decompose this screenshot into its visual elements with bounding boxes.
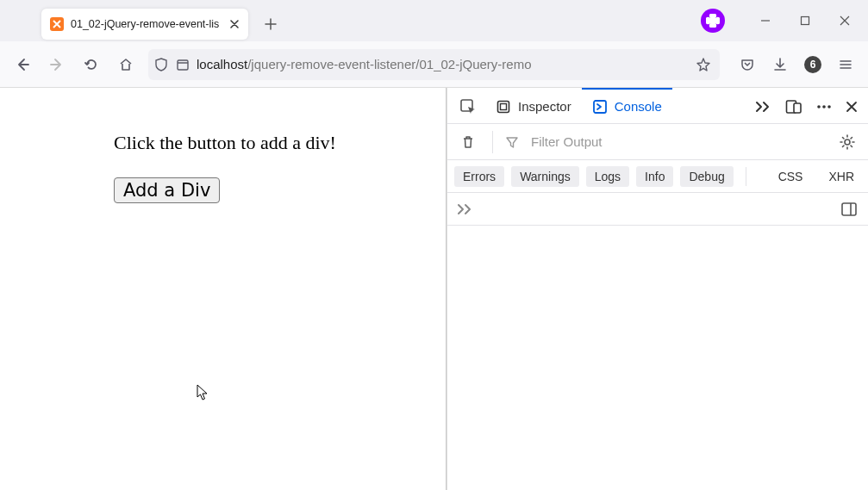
- toolbar-right: 6: [732, 49, 861, 80]
- home-button[interactable]: [110, 49, 141, 80]
- console-input-row[interactable]: [447, 193, 868, 226]
- svg-rect-5: [501, 103, 507, 109]
- devtools-close-button[interactable]: [839, 99, 865, 113]
- window-controls: [701, 0, 865, 41]
- category-logs[interactable]: Logs: [586, 166, 629, 187]
- separator: [492, 131, 493, 153]
- category-css[interactable]: CSS: [771, 166, 810, 187]
- bookmark-star-icon[interactable]: [692, 53, 715, 76]
- url-path: /jquery-remove-event-listener/01_02-jQue…: [247, 57, 531, 71]
- devtools-tabbar: Inspector Console: [447, 88, 868, 124]
- reload-button[interactable]: [76, 49, 107, 80]
- category-debug[interactable]: Debug: [680, 166, 733, 187]
- category-xhr[interactable]: XHR: [821, 166, 861, 187]
- console-settings-button[interactable]: [835, 130, 859, 154]
- forward-button: [41, 49, 72, 80]
- add-div-button[interactable]: Add a Div: [114, 177, 220, 203]
- mouse-cursor-icon: [197, 384, 210, 401]
- inspector-label: Inspector: [518, 99, 571, 114]
- new-tab-button[interactable]: [259, 12, 283, 36]
- back-button[interactable]: [7, 49, 38, 80]
- console-label: Console: [615, 99, 662, 114]
- console-prompt-icon: [456, 203, 473, 215]
- url-host: localhost: [197, 57, 247, 71]
- pocket-button[interactable]: [732, 49, 763, 80]
- app-menu-button[interactable]: [830, 49, 861, 80]
- category-info[interactable]: Info: [636, 166, 673, 187]
- console-icon: [592, 99, 608, 115]
- shield-icon[interactable]: [153, 57, 169, 72]
- clear-console-button[interactable]: [456, 130, 480, 154]
- tab-title: 01_02-jQuery-remove-event-lis: [71, 18, 221, 30]
- svg-point-10: [822, 105, 826, 109]
- svg-rect-2: [178, 60, 188, 70]
- url-bar[interactable]: localhost/jquery-remove-event-listener/0…: [148, 49, 720, 80]
- devtools-panel: Inspector Console: [446, 88, 868, 490]
- xampp-favicon: [50, 17, 64, 31]
- browser-navbar: localhost/jquery-remove-event-listener/0…: [0, 41, 868, 88]
- svg-point-12: [845, 140, 850, 145]
- devtools-overflow-button[interactable]: [747, 98, 778, 114]
- inspector-icon: [496, 99, 511, 115]
- extension-badge[interactable]: [701, 9, 725, 33]
- site-info-icon[interactable]: [176, 58, 190, 71]
- category-warnings[interactable]: Warnings: [511, 166, 579, 187]
- console-filter-bar: [447, 124, 868, 160]
- tab-close-button[interactable]: [228, 17, 241, 31]
- window-maximize-button[interactable]: [785, 3, 825, 38]
- browser-tabstrip: 01_02-jQuery-remove-event-lis: [0, 0, 868, 41]
- svg-rect-4: [498, 101, 509, 112]
- svg-rect-1: [802, 17, 809, 25]
- browser-tab[interactable]: 01_02-jQuery-remove-event-lis: [41, 9, 248, 40]
- svg-rect-13: [842, 203, 856, 215]
- account-badge: 6: [804, 56, 821, 73]
- responsive-design-button[interactable]: [778, 97, 809, 115]
- svg-point-11: [827, 105, 831, 109]
- account-button[interactable]: 6: [797, 49, 828, 80]
- devtools-tabbar-right: [747, 88, 865, 123]
- category-errors[interactable]: Errors: [454, 166, 504, 187]
- window-minimize-button[interactable]: [746, 3, 785, 38]
- devtools-tab-console[interactable]: Console: [582, 88, 672, 123]
- page-viewport: Click the button to add a div! Add a Div: [0, 88, 446, 490]
- console-category-bar: Errors Warnings Logs Info Debug CSS XHR: [447, 160, 868, 193]
- content-area: Click the button to add a div! Add a Div…: [0, 88, 868, 490]
- svg-rect-8: [794, 103, 801, 113]
- downloads-button[interactable]: [765, 49, 796, 80]
- devtools-tab-inspector[interactable]: Inspector: [485, 88, 582, 123]
- window-close-button[interactable]: [825, 3, 865, 38]
- devtools-menu-button[interactable]: [809, 102, 839, 109]
- pick-element-button[interactable]: [451, 88, 485, 123]
- url-text: localhost/jquery-remove-event-listener/0…: [197, 57, 685, 71]
- svg-point-9: [817, 105, 821, 109]
- filter-icon: [505, 135, 519, 149]
- console-output-area: [447, 226, 868, 490]
- separator: [746, 167, 746, 186]
- sidebar-toggle-button[interactable]: [839, 199, 859, 220]
- console-filter-input[interactable]: [531, 134, 823, 149]
- instruction-text: Click the button to add a div!: [114, 131, 338, 155]
